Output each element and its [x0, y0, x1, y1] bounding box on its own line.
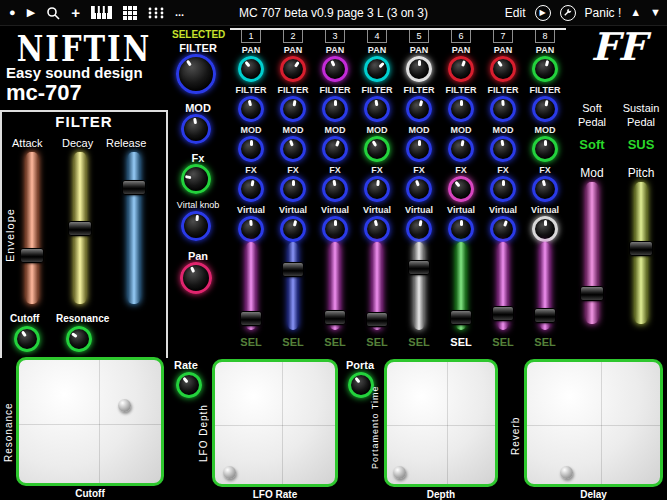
sel-button[interactable]: SEL	[440, 336, 482, 348]
filter-knob[interactable]	[532, 96, 558, 122]
play-icon[interactable]: ▶	[27, 7, 35, 18]
pan-knob[interactable]	[406, 56, 432, 82]
more-icon[interactable]: ...	[175, 7, 184, 18]
slider-handle[interactable]	[122, 180, 146, 195]
fx-knob[interactable]	[532, 176, 558, 202]
mod-slider[interactable]	[586, 182, 598, 324]
sel-button[interactable]: SEL	[314, 336, 356, 348]
mod-knob[interactable]	[406, 136, 432, 162]
mod-knob[interactable]	[322, 136, 348, 162]
channel-level-slider[interactable]	[288, 242, 298, 330]
release-slider[interactable]	[128, 152, 140, 304]
pitch-slider[interactable]	[635, 182, 647, 324]
slider-handle[interactable]	[282, 262, 304, 277]
filter-knob[interactable]	[490, 96, 516, 122]
channel-level-slider[interactable]	[456, 242, 466, 330]
virtual-knob[interactable]	[322, 216, 348, 242]
master-pan-knob[interactable]	[180, 262, 212, 294]
master-filter-knob[interactable]	[176, 54, 216, 94]
channel-level-slider[interactable]	[246, 242, 256, 330]
fx-knob[interactable]	[238, 176, 264, 202]
slider-handle[interactable]	[450, 310, 472, 325]
sel-button[interactable]: SEL	[230, 336, 272, 348]
slider-handle[interactable]	[629, 241, 653, 256]
resonance-knob[interactable]	[66, 326, 92, 352]
fx-knob[interactable]	[280, 176, 306, 202]
search-icon[interactable]	[46, 6, 60, 20]
channel-level-slider[interactable]	[540, 242, 550, 330]
grid-icon[interactable]	[123, 6, 137, 20]
sel-button[interactable]: SEL	[398, 336, 440, 348]
plus-icon[interactable]: +	[71, 5, 80, 20]
up-triangle-icon[interactable]: ▲	[630, 7, 641, 18]
channel-level-slider[interactable]	[330, 242, 340, 330]
pan-knob[interactable]	[280, 56, 306, 82]
edit-button[interactable]: Edit	[505, 6, 526, 20]
filter-knob[interactable]	[238, 96, 264, 122]
portamento-xy-pad[interactable]	[384, 359, 498, 487]
cutoff-resonance-xy-pad[interactable]	[16, 357, 164, 486]
filter-knob[interactable]	[448, 96, 474, 122]
pan-knob[interactable]	[322, 56, 348, 82]
xy-pad-ball[interactable]	[223, 466, 236, 479]
slider-handle[interactable]	[492, 306, 514, 321]
mod-knob[interactable]	[364, 136, 390, 162]
fx-knob[interactable]	[406, 176, 432, 202]
mod-knob[interactable]	[490, 136, 516, 162]
slider-handle[interactable]	[68, 221, 92, 236]
mod-knob[interactable]	[238, 136, 264, 162]
master-mod-knob[interactable]	[181, 114, 211, 144]
filter-knob[interactable]	[406, 96, 432, 122]
reverb-delay-xy-pad[interactable]	[524, 359, 663, 487]
mod-knob[interactable]	[532, 136, 558, 162]
slider-handle[interactable]	[408, 260, 430, 275]
sel-button[interactable]: SEL	[356, 336, 398, 348]
filter-knob[interactable]	[364, 96, 390, 122]
pan-knob[interactable]	[238, 56, 264, 82]
pads-icon[interactable]	[148, 7, 164, 19]
filter-knob[interactable]	[322, 96, 348, 122]
slider-handle[interactable]	[366, 312, 388, 327]
sel-button[interactable]: SEL	[482, 336, 524, 348]
slider-handle[interactable]	[240, 311, 262, 326]
virtual-knob[interactable]	[448, 216, 474, 242]
sel-button[interactable]: SEL	[272, 336, 314, 348]
pan-knob[interactable]	[448, 56, 474, 82]
fx-knob[interactable]	[490, 176, 516, 202]
panic-button[interactable]: Panic !	[585, 6, 622, 20]
mod-knob[interactable]	[448, 136, 474, 162]
wrench-button[interactable]	[560, 5, 576, 21]
slider-handle[interactable]	[20, 248, 44, 263]
record-icon[interactable]: ●	[9, 7, 16, 18]
xy-pad-ball[interactable]	[393, 466, 406, 479]
virtual-knob[interactable]	[238, 216, 264, 242]
fx-knob[interactable]	[322, 176, 348, 202]
lfo-xy-pad[interactable]	[212, 359, 338, 487]
play-circle-button[interactable]: ▶	[535, 5, 551, 21]
xy-pad-ball[interactable]	[118, 399, 131, 412]
attack-slider[interactable]	[26, 152, 38, 304]
pan-knob[interactable]	[490, 56, 516, 82]
master-virtual-knob[interactable]	[181, 211, 211, 241]
slider-handle[interactable]	[324, 310, 346, 325]
fx-knob[interactable]	[448, 176, 474, 202]
pan-knob[interactable]	[364, 56, 390, 82]
fx-knob[interactable]	[364, 176, 390, 202]
slider-handle[interactable]	[534, 308, 556, 323]
piano-keyboard-icon[interactable]	[91, 6, 112, 19]
down-triangle-icon[interactable]: ▼	[650, 7, 661, 18]
slider-handle[interactable]	[580, 286, 604, 301]
decay-slider[interactable]	[74, 152, 86, 304]
xy-pad-ball[interactable]	[560, 466, 573, 479]
channel-level-slider[interactable]	[414, 242, 424, 330]
master-fx-knob[interactable]	[181, 164, 211, 194]
cutoff-knob[interactable]	[14, 326, 40, 352]
channel-level-slider[interactable]	[372, 242, 382, 330]
pan-knob[interactable]	[532, 56, 558, 82]
mod-knob[interactable]	[280, 136, 306, 162]
virtual-knob[interactable]	[280, 216, 306, 242]
channel-level-slider[interactable]	[498, 242, 508, 330]
sel-button[interactable]: SEL	[524, 336, 566, 348]
virtual-knob[interactable]	[532, 216, 558, 242]
virtual-knob[interactable]	[406, 216, 432, 242]
